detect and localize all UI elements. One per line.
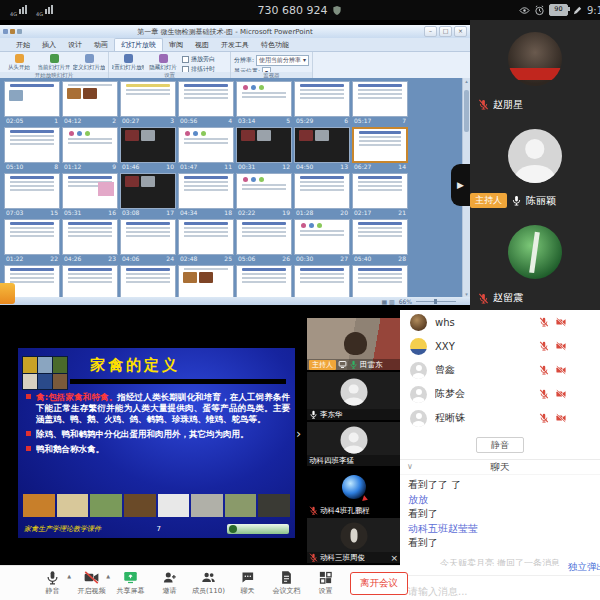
slide-thumbnail[interactable]: 02:4825 <box>178 219 234 263</box>
ribbon-tab-7[interactable]: 开发工具 <box>215 39 255 51</box>
slide-thumbnail[interactable]: 05:4028 <box>352 219 408 263</box>
video-tile[interactable]: 动科三班周俊× <box>307 518 400 563</box>
floating-widget[interactable] <box>0 283 15 304</box>
leave-meeting-button[interactable]: 离开会议 <box>350 572 408 595</box>
ribbon-tab-6[interactable]: 视图 <box>189 39 215 51</box>
toolbar-item-静音[interactable]: ▲静音 <box>33 570 72 596</box>
slide-thumbnail[interactable]: 07:0315 <box>4 173 60 217</box>
ribbon-tab-5[interactable]: 审阅 <box>163 39 189 51</box>
slide-thumbnail[interactable]: 05:108 <box>4 127 60 171</box>
slide-thumbnail[interactable]: 00:273 <box>120 81 176 125</box>
slide-thumbnail[interactable]: 03:145 <box>236 81 292 125</box>
video-tile[interactable]: 动科4班孔鹏程 <box>307 468 400 516</box>
close-icon[interactable]: × <box>390 553 398 563</box>
popout-chat-link[interactable]: 独立弹出 <box>568 561 600 574</box>
resolution-row[interactable]: 分辨率:使用当前分辨率 ▾ <box>234 55 309 66</box>
ribbon-button[interactable]: 从当前幻灯片开始 <box>38 53 70 71</box>
ribbon-tab-8[interactable]: 特色功能 <box>255 39 295 51</box>
mute-all-button[interactable]: 静音 <box>476 437 524 453</box>
slide-thumbnail[interactable]: 04:5013 <box>294 127 350 171</box>
slide-thumbnail[interactable]: 01:129 <box>62 127 118 171</box>
chat-header[interactable]: ∨ 聊天 <box>400 459 600 475</box>
toolbar-item-设置[interactable]: 设置 <box>306 570 345 596</box>
caret-up-icon[interactable]: ▲ <box>67 573 71 579</box>
scroll-up-icon[interactable]: ▴ <box>463 78 470 84</box>
view-buttons[interactable]: ▦ ▥ <box>381 298 394 305</box>
toolbar-item-聊天[interactable]: 聊天 <box>228 570 267 596</box>
toolbar-item-会议文档[interactable]: 会议文档 <box>267 570 306 596</box>
slide-thumbnail[interactable]: 00:3112 <box>236 127 292 171</box>
participant-row[interactable]: 陈梦会 <box>400 382 600 406</box>
slide-thumbnail[interactable]: 01:2820 <box>294 173 350 217</box>
slide-thumbnail[interactable]: 05:296 <box>294 81 350 125</box>
slide-thumbnail-label: 04:0624 <box>120 255 176 263</box>
toolbar-item-邀请[interactable]: 邀请 <box>150 570 189 596</box>
slide-sorter[interactable]: 02:05104:12200:27300:56403:14505:29605:1… <box>0 78 462 297</box>
meeting-id: 730 680 924 <box>258 4 328 17</box>
participant-row[interactable]: whs <box>400 310 600 334</box>
ribbon-tab-0[interactable]: 开始 <box>10 39 36 51</box>
participant-row[interactable]: XXY <box>400 334 600 358</box>
slide-thumbnail[interactable]: 02:1721 <box>352 173 408 217</box>
ribbon-button-label: 从当前幻灯片开始 <box>38 64 70 71</box>
slide-thumbnail-label: 07:0315 <box>4 209 60 217</box>
slide-thumbnail[interactable]: 01:4711 <box>178 127 234 171</box>
chat-input[interactable]: 请输入消息... <box>400 575 600 600</box>
bullet-2: 除鸡、鸭和鹌鹑中分化出蛋用和肉用外，其它均为肉用。 <box>26 429 290 440</box>
video-tile[interactable]: 赵留震 <box>470 213 600 310</box>
toolbar-item-共享屏幕[interactable]: 共享屏幕 <box>111 570 150 596</box>
slide-thumbnail[interactable]: 03:0817 <box>120 173 176 217</box>
slide-thumbnail[interactable]: 00:564 <box>178 81 234 125</box>
ribbon-button[interactable]: 隐藏幻灯片 <box>147 53 179 71</box>
collapse-panel-handle[interactable]: ▶ <box>451 164 470 206</box>
slide-thumbnail[interactable]: 02:5233 <box>236 265 292 297</box>
resolution-select[interactable]: 使用当前分辨率 ▾ <box>256 55 309 66</box>
slide-thumbnail[interactable]: 04:0634 <box>294 265 350 297</box>
slide-thumbnail[interactable]: 02:2219 <box>236 173 292 217</box>
ribbon-button[interactable]: 设置幻灯片放映 <box>112 53 144 71</box>
video-tile[interactable]: 主持人田雷东 <box>307 318 400 370</box>
ribbon-checkbox[interactable]: 播放旁白 <box>182 55 227 64</box>
ribbon-button[interactable]: 从头开始 <box>3 53 35 71</box>
slide-thumbnail[interactable]: 04:5731 <box>120 265 176 297</box>
zoom-slider[interactable] <box>416 301 456 302</box>
slide-thumbnail[interactable]: 05:0626 <box>236 219 292 263</box>
slide-thumbnail[interactable]: 05:177 <box>352 81 408 125</box>
ribbon-button[interactable]: 自定义幻灯片放映 <box>73 53 105 71</box>
video-tile[interactable]: 李东华 <box>307 372 400 420</box>
slide-thumbnail[interactable]: 04:0624 <box>120 219 176 263</box>
slide-thumbnail[interactable]: 04:2623 <box>62 219 118 263</box>
chevron-down-icon[interactable]: ∨ <box>407 460 413 474</box>
caret-up-icon[interactable]: ▲ <box>106 573 110 579</box>
minimize-button[interactable]: – <box>424 26 437 37</box>
slide-thumbnail[interactable]: 06:2714 <box>352 127 408 171</box>
slide-thumbnail[interactable]: 05:3116 <box>62 173 118 217</box>
ribbon-tab-3[interactable]: 动画 <box>88 39 114 51</box>
slide-thumbnail[interactable]: 05:0732 <box>178 265 234 297</box>
slide-thumbnail[interactable]: 02:2135 <box>352 265 408 297</box>
participant-row[interactable]: 曾鑫 <box>400 358 600 382</box>
slide-thumbnail[interactable]: 00:3027 <box>294 219 350 263</box>
ppt-title-bar[interactable]: 第一章 微生物检测基础技术-图 - Microsoft PowerPoint –… <box>0 25 470 38</box>
toolbar-item-开启视频[interactable]: ▲开启视频 <box>72 570 111 596</box>
slide-thumbnail[interactable]: 02:051 <box>4 81 60 125</box>
expand-strip-handle[interactable]: › <box>296 426 301 441</box>
chat-messages[interactable]: 看到了了 了放放看到了动科五班赵莹莹看到了今天贩卖月亮 撤回了一条消息 <box>400 475 600 566</box>
ribbon-tab-2[interactable]: 设计 <box>62 39 88 51</box>
scrollbar-thumb[interactable] <box>464 90 469 132</box>
video-tile[interactable]: 赵朋星 <box>470 20 600 117</box>
slide-thumbnail[interactable]: 01:4610 <box>120 127 176 171</box>
slide-thumbnail[interactable]: 04:122 <box>62 81 118 125</box>
participant-row[interactable]: 程晰铢 <box>400 406 600 430</box>
ribbon-tab-1[interactable]: 插入 <box>36 39 62 51</box>
ribbon-tab-4[interactable]: 幻灯片放映 <box>114 38 163 51</box>
slide-thumbnail[interactable]: 04:3418 <box>178 173 234 217</box>
quick-access-toolbar[interactable] <box>3 29 22 34</box>
video-tile[interactable]: 主持人陈丽颖 <box>470 117 600 214</box>
slide-thumbnail[interactable]: 01:2222 <box>4 219 60 263</box>
toolbar-item-成员(110)[interactable]: 成员(110) <box>189 570 228 596</box>
video-tile[interactable]: 动科四班李猛 <box>307 422 400 466</box>
close-button[interactable]: × <box>454 26 467 37</box>
maximize-button[interactable]: □ <box>439 26 452 37</box>
slide-thumbnail[interactable]: 02:0730 <box>62 265 118 297</box>
